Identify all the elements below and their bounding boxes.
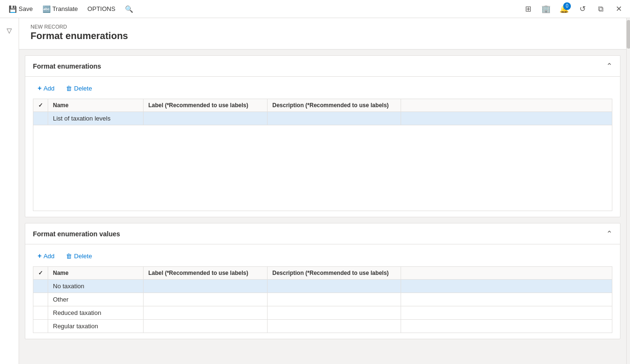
col-check-2: ✓ — [33, 267, 48, 280]
page-header: NEW RECORD Format enumerations — [19, 18, 626, 50]
grid-header-row-1: ✓ Name Label (*Recommended to use labels… — [33, 99, 612, 112]
format-enumeration-values-section: Format enumeration values + Add 🗑 Delete — [25, 223, 620, 339]
row-extra — [401, 306, 612, 320]
title-bar: 💾 Save 🔤 Translate OPTIONS 🔍 ⊞ 🏢 🔔 0 ↺ ⧉… — [0, 0, 630, 18]
grid-toolbar-1: + Add 🗑 Delete — [33, 82, 612, 94]
row-description — [268, 293, 401, 306]
format-enumerations-section: Format enumerations + Add 🗑 Delete — [25, 55, 620, 217]
chevron-up-icon-2 — [606, 229, 612, 238]
translate-icon: 🔤 — [42, 5, 51, 13]
table-row[interactable]: Reduced taxation — [33, 306, 612, 320]
col-label-1: Label (*Recommended to use labels) — [144, 99, 268, 112]
row-check — [33, 320, 48, 333]
options-button[interactable]: OPTIONS — [83, 0, 120, 18]
content-area: NEW RECORD Format enumerations Format en… — [19, 18, 626, 364]
add-button-1[interactable]: + Add — [33, 82, 59, 94]
col-extra-2 — [401, 267, 612, 280]
detach-button[interactable]: ⧉ — [593, 1, 608, 17]
format-enumerations-grid: ✓ Name Label (*Recommended to use labels… — [33, 99, 612, 211]
add-icon-1: + — [38, 84, 41, 92]
delete-button-2[interactable]: 🗑 Delete — [61, 251, 97, 262]
table-row[interactable]: Other — [33, 293, 612, 306]
notification-button[interactable]: 🔔 0 — [557, 1, 572, 17]
col-desc-2: Description (*Recommended to use labels) — [268, 267, 401, 280]
section-title-format-enumeration-values: Format enumeration values — [33, 230, 120, 238]
empty-row — [33, 125, 612, 211]
row-name: Other — [48, 293, 144, 306]
row-extra — [401, 293, 612, 306]
save-button[interactable]: 💾 Save — [4, 0, 38, 18]
format-enumeration-values-grid: ✓ Name Label (*Recommended to use labels… — [33, 266, 612, 333]
row-description — [268, 280, 401, 293]
col-desc-1: Description (*Recommended to use labels) — [268, 99, 401, 112]
row-name: List of taxation levels — [48, 112, 144, 125]
title-bar-left: 💾 Save 🔤 Translate OPTIONS 🔍 — [4, 0, 138, 18]
row-description — [268, 320, 401, 333]
section-title-format-enumerations: Format enumerations — [33, 62, 101, 70]
add-label-1: Add — [43, 85, 54, 92]
add-icon-2: + — [38, 252, 41, 260]
scrollable-content: Format enumerations + Add 🗑 Delete — [19, 55, 626, 351]
delete-label-1: Delete — [74, 85, 92, 92]
row-label — [144, 320, 268, 333]
close-button[interactable]: ✕ — [611, 1, 626, 17]
add-label-2: Add — [43, 253, 54, 260]
table-row[interactable]: Regular taxation — [33, 320, 612, 333]
save-icon: 💾 — [9, 5, 17, 13]
col-extra-1 — [401, 99, 612, 112]
row-check — [33, 306, 48, 320]
add-button-2[interactable]: + Add — [33, 250, 59, 262]
row-extra — [401, 280, 612, 293]
grid-header-row-2: ✓ Name Label (*Recommended to use labels… — [33, 267, 612, 280]
section-body-format-enumeration-values: + Add 🗑 Delete ✓ Name — [25, 244, 620, 339]
col-label-2: Label (*Recommended to use labels) — [144, 267, 268, 280]
translate-label: Translate — [52, 5, 78, 12]
sidebar: ▽ — [0, 18, 19, 364]
notification-badge: 0 — [563, 2, 571, 10]
save-label: Save — [19, 5, 33, 12]
section-body-format-enumerations: + Add 🗑 Delete ✓ Name — [25, 77, 620, 217]
scrollbar[interactable] — [626, 18, 630, 364]
chevron-up-icon — [606, 61, 612, 71]
translate-button[interactable]: 🔤 Translate — [38, 0, 83, 18]
row-check — [33, 280, 48, 293]
row-description — [268, 306, 401, 320]
title-bar-right: ⊞ 🏢 🔔 0 ↺ ⧉ ✕ — [520, 1, 626, 17]
office-icon-button[interactable]: 🏢 — [538, 1, 554, 17]
table-row[interactable]: No taxation — [33, 280, 612, 293]
row-label — [144, 293, 268, 306]
row-extra — [401, 320, 612, 333]
col-check-1: ✓ — [33, 99, 48, 112]
search-icon: 🔍 — [125, 5, 133, 13]
row-extra — [401, 112, 612, 125]
search-button[interactable]: 🔍 — [120, 0, 138, 18]
row-label — [144, 112, 268, 125]
options-label: OPTIONS — [87, 5, 115, 12]
row-name: Reduced taxation — [48, 306, 144, 320]
sidebar-filter-icon[interactable]: ▽ — [1, 22, 18, 39]
row-check — [33, 293, 48, 306]
row-description — [268, 112, 401, 125]
row-label — [144, 280, 268, 293]
main-layout: ▽ NEW RECORD Format enumerations Format … — [0, 18, 630, 364]
row-check — [33, 112, 48, 125]
table-row[interactable]: List of taxation levels — [33, 112, 612, 125]
page-title: Format enumerations — [31, 30, 615, 41]
row-label — [144, 306, 268, 320]
refresh-button[interactable]: ↺ — [575, 1, 590, 17]
grid-icon-button[interactable]: ⊞ — [520, 1, 536, 17]
grid-toolbar-2: + Add 🗑 Delete — [33, 250, 612, 262]
col-name-1: Name — [48, 99, 144, 112]
row-name: No taxation — [48, 280, 144, 293]
delete-button-1[interactable]: 🗑 Delete — [61, 83, 97, 94]
new-record-label: NEW RECORD — [31, 24, 615, 30]
section-header-format-enumerations[interactable]: Format enumerations — [25, 56, 620, 77]
delete-icon-2: 🗑 — [66, 253, 72, 260]
delete-icon-1: 🗑 — [66, 85, 72, 92]
section-header-format-enumeration-values[interactable]: Format enumeration values — [25, 223, 620, 244]
delete-label-2: Delete — [74, 253, 92, 260]
row-name: Regular taxation — [48, 320, 144, 333]
col-name-2: Name — [48, 267, 144, 280]
